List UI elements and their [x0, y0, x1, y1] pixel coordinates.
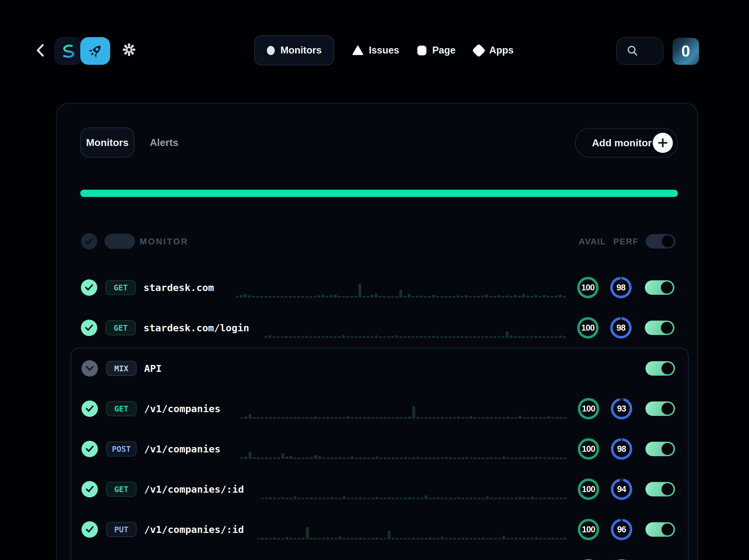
- spark-bar: [298, 457, 301, 459]
- group-header-row[interactable]: MIX API: [71, 348, 688, 389]
- avail-perf-toggle[interactable]: [646, 234, 676, 249]
- monitor-toggle[interactable]: [645, 402, 675, 416]
- availability-score-ring: 100: [578, 438, 599, 460]
- add-monitor-button[interactable]: Add monitor: [575, 128, 678, 158]
- spark-bar: [359, 283, 361, 298]
- spark-bar: [395, 296, 398, 298]
- spark-bar: [355, 498, 358, 499]
- spark-bar: [330, 538, 333, 540]
- settings-button[interactable]: [122, 42, 136, 57]
- tab-monitors[interactable]: Monitors: [80, 127, 134, 158]
- spark-bar: [564, 537, 566, 540]
- status-ok-icon[interactable]: [82, 521, 98, 538]
- spark-bar: [367, 417, 370, 419]
- spark-bar: [449, 457, 452, 459]
- spark-bar: [559, 498, 562, 499]
- status-ok-icon[interactable]: [82, 441, 98, 457]
- nav-tab-monitors[interactable]: Monitors: [254, 35, 334, 65]
- monitor-row[interactable]: PUT /v1/companies/:id 100 96: [71, 509, 688, 550]
- spark-bar: [285, 498, 288, 499]
- spark-bar: [466, 538, 468, 540]
- user-avatar[interactable]: 0: [672, 38, 699, 65]
- monitor-toggle[interactable]: [645, 482, 675, 496]
- spark-bar: [519, 415, 521, 419]
- spark-bar: [523, 538, 526, 540]
- spark-bar: [452, 296, 455, 298]
- spark-bar: [429, 417, 431, 419]
- spark-bar: [281, 417, 284, 419]
- performance-score: 94: [613, 481, 630, 497]
- spark-bar: [379, 336, 382, 338]
- monitor-toggle[interactable]: [645, 321, 675, 335]
- monitor-toggle[interactable]: [645, 522, 675, 537]
- monitor-row[interactable]: GET stardesk.com/login 100 98: [57, 308, 698, 348]
- monitor-name: /v1/companies/:id: [144, 524, 244, 535]
- spark-bar: [257, 457, 260, 459]
- spark-bar: [551, 336, 554, 338]
- spark-bar: [363, 336, 365, 338]
- tab-alerts[interactable]: Alerts: [141, 127, 187, 158]
- spark-bar: [302, 498, 305, 499]
- spark-bar: [412, 498, 415, 499]
- spark-bar: [260, 296, 263, 298]
- spark-bar: [437, 457, 440, 459]
- spark-bar: [412, 296, 414, 298]
- performance-score: 93: [613, 401, 630, 417]
- spark-bar: [309, 296, 312, 298]
- spark-bar: [269, 538, 272, 540]
- status-ok-icon[interactable]: [81, 279, 97, 296]
- spark-bar: [477, 336, 480, 338]
- status-ok-icon[interactable]: [82, 481, 98, 497]
- spark-bar: [281, 336, 283, 338]
- spark-bar: [273, 296, 275, 298]
- spark-bar: [326, 417, 329, 419]
- toggle-knob: [662, 362, 673, 374]
- search-input[interactable]: [616, 37, 663, 65]
- gear-icon: [122, 43, 136, 57]
- spark-bar: [285, 296, 287, 298]
- spark-bar: [339, 498, 341, 499]
- monitor-row[interactable]: [71, 550, 688, 560]
- spark-bar: [530, 296, 533, 298]
- status-ok-icon[interactable]: [81, 320, 97, 336]
- search-icon: [626, 45, 639, 57]
- spark-bar: [474, 417, 476, 419]
- monitor-toggle[interactable]: [645, 442, 675, 456]
- stardesk-logo-tile[interactable]: [55, 37, 82, 65]
- nav-tab-page[interactable]: Page: [417, 45, 455, 56]
- spark-bar: [515, 538, 517, 540]
- spark-bar: [355, 457, 358, 459]
- group-toggle[interactable]: [645, 361, 675, 375]
- method-badge: POST: [106, 441, 136, 456]
- status-ok-icon[interactable]: [82, 401, 98, 417]
- spark-bar: [485, 336, 488, 338]
- nav-tab-issues[interactable]: Issues: [352, 45, 399, 56]
- monitor-toggle[interactable]: [645, 280, 675, 295]
- spark-bar: [338, 336, 341, 338]
- monitor-row[interactable]: POST /v1/companies 100 98: [71, 429, 688, 469]
- spark-bar: [404, 457, 407, 459]
- spark-bar: [380, 498, 382, 499]
- spark-bar: [429, 498, 431, 499]
- monitor-row[interactable]: GET /v1/companies 100 93: [71, 389, 688, 429]
- nav-tab-apps[interactable]: Apps: [474, 45, 514, 56]
- spark-bar: [535, 498, 538, 499]
- spark-bar: [559, 417, 562, 419]
- workspace-switcher[interactable]: [55, 37, 110, 65]
- spark-bar: [391, 296, 394, 298]
- spark-bar: [380, 538, 382, 540]
- monitor-name: /v1/companies: [144, 443, 221, 455]
- monitor-row[interactable]: GET stardesk.com 100 98: [57, 267, 698, 308]
- spark-bar: [485, 295, 488, 298]
- diamond-icon: [472, 43, 486, 57]
- spark-bar: [445, 498, 448, 499]
- spark-bar: [501, 296, 505, 298]
- monitor-row[interactable]: GET /v1/companies/:id 100 94: [71, 469, 688, 509]
- rocket-app-tile[interactable]: [80, 37, 110, 65]
- select-all-checkbox[interactable]: [81, 233, 97, 250]
- spark-bar: [277, 417, 280, 419]
- availability-score: 100: [580, 481, 597, 497]
- spark-bar: [457, 538, 460, 540]
- expand-collapse-button[interactable]: [82, 360, 98, 376]
- back-button[interactable]: [34, 42, 47, 59]
